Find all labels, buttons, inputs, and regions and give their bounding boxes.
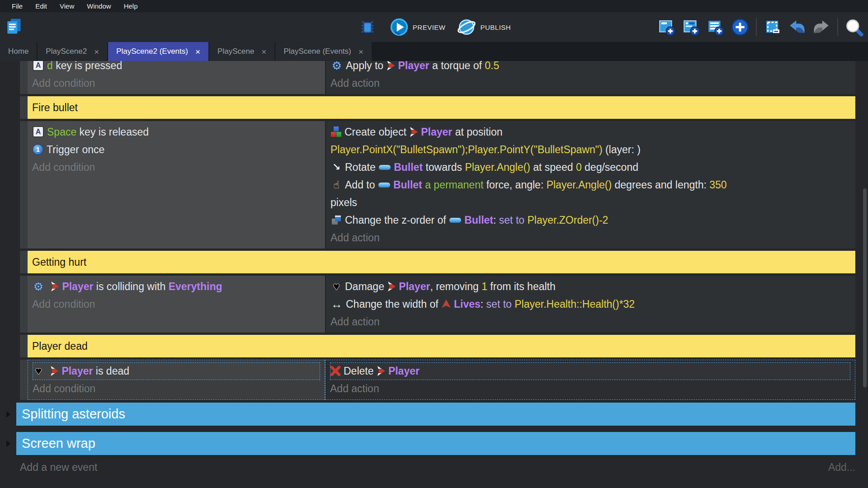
add-condition-button[interactable]: Add condition xyxy=(33,380,320,398)
add-action-button[interactable]: Add action xyxy=(330,313,851,331)
row-drag-handle[interactable] xyxy=(20,61,28,94)
group-title-bar[interactable]: Splitting asteroids xyxy=(16,403,855,426)
add-comment-button[interactable] xyxy=(705,17,726,38)
tab-home[interactable]: Home xyxy=(0,42,37,61)
conditions-cell[interactable]: Player is colliding with EverythingAdd c… xyxy=(28,276,325,333)
action-line[interactable]: Apply to Player a torque of 0.5 xyxy=(330,61,851,75)
tab-label: Home xyxy=(8,47,28,56)
text-segment: is dead xyxy=(93,365,129,377)
action-line[interactable]: Add to Bullet a permanent force, angle: … xyxy=(330,176,851,194)
text-segment: Lives xyxy=(454,298,481,310)
menu-item-file[interactable]: File xyxy=(5,0,29,12)
text-segment: a torque of xyxy=(429,61,485,71)
group-row[interactable]: Screen wrap xyxy=(5,432,855,455)
row-drag-handle[interactable] xyxy=(20,96,28,119)
collapse-arrow-icon[interactable] xyxy=(6,411,10,418)
comment-bar[interactable]: Player dead xyxy=(28,335,855,357)
comment-row[interactable]: Fire bullet xyxy=(20,96,855,119)
actions-cell[interactable]: Delete PlayerAdd action xyxy=(325,360,855,400)
event-row[interactable]: d key is pressedAdd conditionApply to Pl… xyxy=(20,61,855,94)
add-action-button[interactable]: Add action xyxy=(330,75,851,92)
menu-item-edit[interactable]: Edit xyxy=(29,0,53,12)
keyboard-icon xyxy=(33,126,44,137)
text-segment: deg/second xyxy=(582,161,638,173)
add-button[interactable]: Add... xyxy=(828,461,855,474)
comment-bar[interactable]: Getting hurt xyxy=(28,251,855,273)
group-row[interactable]: Splitting asteroids xyxy=(5,403,855,426)
event-row[interactable]: Space key is releasedTrigger onceAdd con… xyxy=(20,121,855,249)
choose-event-button[interactable] xyxy=(730,17,750,38)
group-title-bar[interactable]: Screen wrap xyxy=(16,432,855,455)
condition-line[interactable]: Trigger once xyxy=(32,141,321,159)
text-segment: Delete xyxy=(344,365,377,377)
action-line[interactable]: Delete Player xyxy=(330,362,850,380)
event-row[interactable]: Player is colliding with EverythingAdd c… xyxy=(20,276,855,333)
text-segment: Player xyxy=(62,281,93,292)
menu-item-help[interactable]: Help xyxy=(118,0,144,12)
add-condition-button[interactable]: Add condition xyxy=(32,296,321,313)
tab-label: PlayScene xyxy=(217,47,254,56)
actions-cell[interactable]: Apply to Player a torque of 0.5Add actio… xyxy=(325,61,855,94)
tab-playscene[interactable]: PlayScene × xyxy=(209,42,274,61)
menu-item-window[interactable]: Window xyxy=(80,0,117,12)
search-button[interactable] xyxy=(844,17,864,38)
close-tab-icon[interactable]: × xyxy=(94,47,99,56)
tab-playscene2[interactable]: PlayScene2 × xyxy=(38,42,107,61)
add-action-button[interactable]: Add action xyxy=(330,229,851,247)
row-drag-handle[interactable] xyxy=(20,335,28,357)
condition-line[interactable]: Player is dead xyxy=(33,362,320,380)
action-line[interactable]: Rotate Bullet towards Player.Angle() at … xyxy=(330,159,851,176)
action-line[interactable]: Change the z-order of Bullet: set to Pla… xyxy=(330,211,851,229)
text-segment: Add to xyxy=(345,179,378,191)
publish-button[interactable]: PUBLISH xyxy=(457,18,511,37)
event-row[interactable]: Player is deadAdd conditionDelete Player… xyxy=(20,360,855,400)
collapse-arrow-icon[interactable] xyxy=(6,441,10,447)
toolbar-separator xyxy=(756,18,757,36)
conditions-cell[interactable]: d key is pressedAdd condition xyxy=(28,61,325,94)
debug-button[interactable] xyxy=(357,17,378,38)
add-action-button[interactable]: Add action xyxy=(330,380,850,398)
preview-button[interactable]: PREVIEW xyxy=(390,18,446,37)
conditions-cell[interactable]: Player is deadAdd condition xyxy=(28,360,325,400)
row-drag-handle[interactable] xyxy=(20,276,28,333)
undo-button[interactable] xyxy=(787,17,807,38)
comment-row[interactable]: Getting hurt xyxy=(20,251,855,273)
menu-item-view[interactable]: View xyxy=(53,0,80,12)
condition-line[interactable]: Player is colliding with Everything xyxy=(32,278,321,296)
bullet-icon xyxy=(379,165,391,170)
bullet-icon xyxy=(378,183,390,188)
text-segment: : xyxy=(481,298,486,310)
comment-bar[interactable]: Fire bullet xyxy=(28,96,855,119)
tab-playscene-events[interactable]: PlayScene (Events) × xyxy=(275,42,371,61)
row-drag-handle[interactable] xyxy=(20,121,28,249)
close-tab-icon[interactable]: × xyxy=(195,47,200,56)
comment-row[interactable]: Player dead xyxy=(20,335,855,357)
add-event-button[interactable] xyxy=(656,17,677,38)
action-line[interactable]: Player.PointX("BulletSpawn");Player.Poin… xyxy=(330,141,851,159)
conditions-cell[interactable]: Space key is releasedTrigger onceAdd con… xyxy=(28,121,325,249)
close-tab-icon[interactable]: × xyxy=(261,47,266,56)
add-condition-button[interactable]: Add condition xyxy=(32,75,321,92)
action-line[interactable]: Damage Player, removing 1 from its healt… xyxy=(330,278,851,296)
tab-playscene2-events[interactable]: PlayScene2 (Events) × xyxy=(108,42,208,61)
action-line[interactable]: Create object Player at position xyxy=(330,123,851,141)
add-subevent-button[interactable] xyxy=(681,17,702,38)
add-new-event-button[interactable]: Add a new event xyxy=(20,461,97,474)
redo-button[interactable] xyxy=(811,17,832,38)
condition-line[interactable]: d key is pressed xyxy=(32,61,321,75)
add-condition-button[interactable]: Add condition xyxy=(32,159,321,176)
action-line[interactable]: Change the width of Lives: set to Player… xyxy=(330,296,851,313)
vertical-scrollbar[interactable] xyxy=(863,188,867,387)
delete-selection-button[interactable] xyxy=(762,17,783,38)
row-drag-handle[interactable] xyxy=(20,360,28,400)
main-toolbar: PREVIEW PUBLISH xyxy=(0,12,868,42)
close-tab-icon[interactable]: × xyxy=(359,47,363,56)
text-segment: towards xyxy=(423,161,465,173)
action-line[interactable]: pixels xyxy=(330,194,851,211)
actions-cell[interactable]: Damage Player, removing 1 from its healt… xyxy=(325,276,855,333)
player-ship-icon xyxy=(387,282,396,291)
row-drag-handle[interactable] xyxy=(20,251,28,273)
publish-label: PUBLISH xyxy=(480,23,511,31)
actions-cell[interactable]: Create object Player at positionPlayer.P… xyxy=(325,121,855,249)
condition-line[interactable]: Space key is released xyxy=(32,123,321,141)
